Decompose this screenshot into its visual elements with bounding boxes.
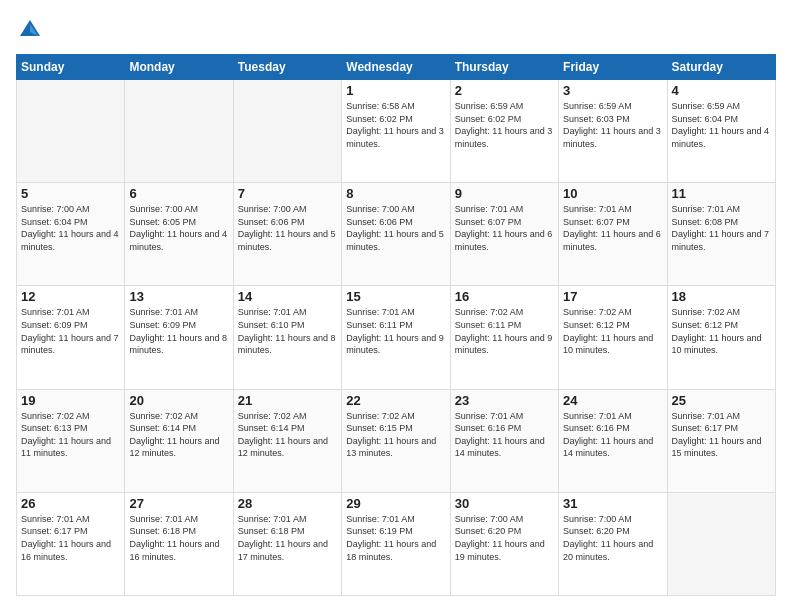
day-number: 17 — [563, 289, 662, 304]
day-number: 5 — [21, 186, 120, 201]
calendar-cell: 27Sunrise: 7:01 AM Sunset: 6:18 PM Dayli… — [125, 492, 233, 595]
day-info: Sunrise: 7:02 AM Sunset: 6:14 PM Dayligh… — [238, 410, 337, 460]
day-info: Sunrise: 7:01 AM Sunset: 6:09 PM Dayligh… — [21, 306, 120, 356]
day-info: Sunrise: 7:01 AM Sunset: 6:16 PM Dayligh… — [563, 410, 662, 460]
day-info: Sunrise: 7:02 AM Sunset: 6:11 PM Dayligh… — [455, 306, 554, 356]
calendar-cell: 19Sunrise: 7:02 AM Sunset: 6:13 PM Dayli… — [17, 389, 125, 492]
calendar-cell: 15Sunrise: 7:01 AM Sunset: 6:11 PM Dayli… — [342, 286, 450, 389]
calendar-cell: 10Sunrise: 7:01 AM Sunset: 6:07 PM Dayli… — [559, 183, 667, 286]
calendar-cell: 30Sunrise: 7:00 AM Sunset: 6:20 PM Dayli… — [450, 492, 558, 595]
day-info: Sunrise: 7:00 AM Sunset: 6:20 PM Dayligh… — [563, 513, 662, 563]
calendar-cell: 12Sunrise: 7:01 AM Sunset: 6:09 PM Dayli… — [17, 286, 125, 389]
day-number: 10 — [563, 186, 662, 201]
day-number: 8 — [346, 186, 445, 201]
day-number: 22 — [346, 393, 445, 408]
day-number: 2 — [455, 83, 554, 98]
header — [16, 16, 776, 44]
day-info: Sunrise: 6:59 AM Sunset: 6:03 PM Dayligh… — [563, 100, 662, 150]
weekday-wednesday: Wednesday — [342, 55, 450, 80]
calendar-cell: 18Sunrise: 7:02 AM Sunset: 6:12 PM Dayli… — [667, 286, 775, 389]
weekday-saturday: Saturday — [667, 55, 775, 80]
day-info: Sunrise: 7:01 AM Sunset: 6:07 PM Dayligh… — [455, 203, 554, 253]
day-number: 25 — [672, 393, 771, 408]
weekday-tuesday: Tuesday — [233, 55, 341, 80]
day-info: Sunrise: 7:01 AM Sunset: 6:18 PM Dayligh… — [238, 513, 337, 563]
day-number: 23 — [455, 393, 554, 408]
day-number: 18 — [672, 289, 771, 304]
calendar-cell: 3Sunrise: 6:59 AM Sunset: 6:03 PM Daylig… — [559, 80, 667, 183]
day-info: Sunrise: 7:02 AM Sunset: 6:15 PM Dayligh… — [346, 410, 445, 460]
calendar-cell: 7Sunrise: 7:00 AM Sunset: 6:06 PM Daylig… — [233, 183, 341, 286]
calendar-cell: 13Sunrise: 7:01 AM Sunset: 6:09 PM Dayli… — [125, 286, 233, 389]
week-row-4: 19Sunrise: 7:02 AM Sunset: 6:13 PM Dayli… — [17, 389, 776, 492]
weekday-friday: Friday — [559, 55, 667, 80]
calendar-cell: 14Sunrise: 7:01 AM Sunset: 6:10 PM Dayli… — [233, 286, 341, 389]
calendar-cell: 9Sunrise: 7:01 AM Sunset: 6:07 PM Daylig… — [450, 183, 558, 286]
weekday-sunday: Sunday — [17, 55, 125, 80]
day-info: Sunrise: 7:00 AM Sunset: 6:20 PM Dayligh… — [455, 513, 554, 563]
day-info: Sunrise: 7:00 AM Sunset: 6:05 PM Dayligh… — [129, 203, 228, 253]
day-info: Sunrise: 7:00 AM Sunset: 6:06 PM Dayligh… — [346, 203, 445, 253]
calendar-cell: 1Sunrise: 6:58 AM Sunset: 6:02 PM Daylig… — [342, 80, 450, 183]
calendar-cell: 5Sunrise: 7:00 AM Sunset: 6:04 PM Daylig… — [17, 183, 125, 286]
week-row-1: 1Sunrise: 6:58 AM Sunset: 6:02 PM Daylig… — [17, 80, 776, 183]
day-number: 16 — [455, 289, 554, 304]
day-info: Sunrise: 7:02 AM Sunset: 6:12 PM Dayligh… — [672, 306, 771, 356]
day-number: 26 — [21, 496, 120, 511]
day-number: 31 — [563, 496, 662, 511]
day-info: Sunrise: 7:00 AM Sunset: 6:04 PM Dayligh… — [21, 203, 120, 253]
calendar-cell: 26Sunrise: 7:01 AM Sunset: 6:17 PM Dayli… — [17, 492, 125, 595]
calendar-cell: 20Sunrise: 7:02 AM Sunset: 6:14 PM Dayli… — [125, 389, 233, 492]
day-number: 4 — [672, 83, 771, 98]
week-row-3: 12Sunrise: 7:01 AM Sunset: 6:09 PM Dayli… — [17, 286, 776, 389]
day-number: 24 — [563, 393, 662, 408]
day-info: Sunrise: 7:02 AM Sunset: 6:12 PM Dayligh… — [563, 306, 662, 356]
weekday-header-row: SundayMondayTuesdayWednesdayThursdayFrid… — [17, 55, 776, 80]
day-info: Sunrise: 7:01 AM Sunset: 6:11 PM Dayligh… — [346, 306, 445, 356]
day-number: 11 — [672, 186, 771, 201]
day-info: Sunrise: 7:01 AM Sunset: 6:07 PM Dayligh… — [563, 203, 662, 253]
day-number: 28 — [238, 496, 337, 511]
day-number: 7 — [238, 186, 337, 201]
day-info: Sunrise: 7:01 AM Sunset: 6:19 PM Dayligh… — [346, 513, 445, 563]
day-number: 20 — [129, 393, 228, 408]
logo — [16, 16, 48, 44]
day-info: Sunrise: 7:01 AM Sunset: 6:17 PM Dayligh… — [672, 410, 771, 460]
day-number: 9 — [455, 186, 554, 201]
day-info: Sunrise: 6:58 AM Sunset: 6:02 PM Dayligh… — [346, 100, 445, 150]
day-info: Sunrise: 6:59 AM Sunset: 6:02 PM Dayligh… — [455, 100, 554, 150]
day-number: 13 — [129, 289, 228, 304]
calendar-cell — [125, 80, 233, 183]
calendar-cell: 31Sunrise: 7:00 AM Sunset: 6:20 PM Dayli… — [559, 492, 667, 595]
calendar-cell: 25Sunrise: 7:01 AM Sunset: 6:17 PM Dayli… — [667, 389, 775, 492]
day-info: Sunrise: 7:00 AM Sunset: 6:06 PM Dayligh… — [238, 203, 337, 253]
day-number: 15 — [346, 289, 445, 304]
calendar-cell: 17Sunrise: 7:02 AM Sunset: 6:12 PM Dayli… — [559, 286, 667, 389]
calendar-cell: 11Sunrise: 7:01 AM Sunset: 6:08 PM Dayli… — [667, 183, 775, 286]
day-info: Sunrise: 7:02 AM Sunset: 6:13 PM Dayligh… — [21, 410, 120, 460]
calendar-cell: 2Sunrise: 6:59 AM Sunset: 6:02 PM Daylig… — [450, 80, 558, 183]
calendar-cell: 4Sunrise: 6:59 AM Sunset: 6:04 PM Daylig… — [667, 80, 775, 183]
day-info: Sunrise: 7:01 AM Sunset: 6:09 PM Dayligh… — [129, 306, 228, 356]
day-number: 1 — [346, 83, 445, 98]
weekday-thursday: Thursday — [450, 55, 558, 80]
calendar-cell: 8Sunrise: 7:00 AM Sunset: 6:06 PM Daylig… — [342, 183, 450, 286]
calendar-cell: 28Sunrise: 7:01 AM Sunset: 6:18 PM Dayli… — [233, 492, 341, 595]
calendar-cell: 23Sunrise: 7:01 AM Sunset: 6:16 PM Dayli… — [450, 389, 558, 492]
day-number: 12 — [21, 289, 120, 304]
day-info: Sunrise: 7:01 AM Sunset: 6:18 PM Dayligh… — [129, 513, 228, 563]
day-number: 21 — [238, 393, 337, 408]
calendar-cell — [233, 80, 341, 183]
week-row-2: 5Sunrise: 7:00 AM Sunset: 6:04 PM Daylig… — [17, 183, 776, 286]
day-info: Sunrise: 7:01 AM Sunset: 6:08 PM Dayligh… — [672, 203, 771, 253]
week-row-5: 26Sunrise: 7:01 AM Sunset: 6:17 PM Dayli… — [17, 492, 776, 595]
day-info: Sunrise: 7:02 AM Sunset: 6:14 PM Dayligh… — [129, 410, 228, 460]
calendar-cell — [17, 80, 125, 183]
calendar-cell: 22Sunrise: 7:02 AM Sunset: 6:15 PM Dayli… — [342, 389, 450, 492]
calendar-cell: 16Sunrise: 7:02 AM Sunset: 6:11 PM Dayli… — [450, 286, 558, 389]
calendar-table: SundayMondayTuesdayWednesdayThursdayFrid… — [16, 54, 776, 596]
day-info: Sunrise: 7:01 AM Sunset: 6:17 PM Dayligh… — [21, 513, 120, 563]
page: SundayMondayTuesdayWednesdayThursdayFrid… — [0, 0, 792, 612]
calendar-cell: 6Sunrise: 7:00 AM Sunset: 6:05 PM Daylig… — [125, 183, 233, 286]
weekday-monday: Monday — [125, 55, 233, 80]
